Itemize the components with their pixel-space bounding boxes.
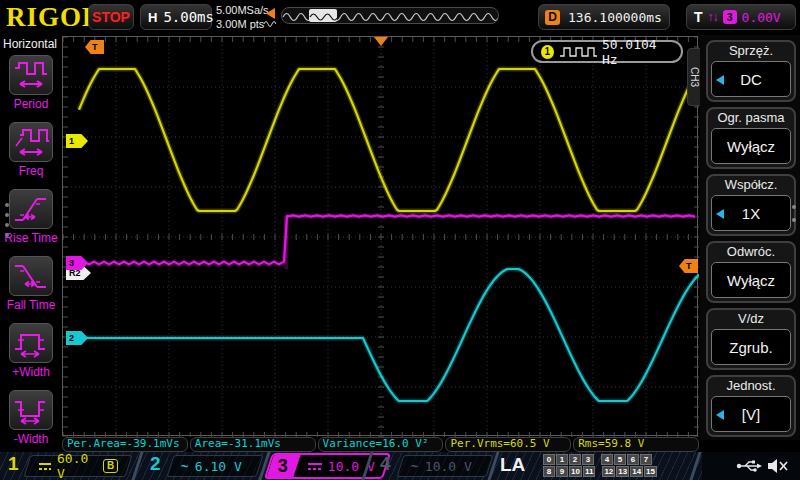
run-state-button[interactable]: STOP bbox=[88, 4, 134, 30]
ac-coupling-icon: ~ bbox=[181, 459, 189, 474]
la-status[interactable]: LA bbox=[500, 454, 525, 476]
measurement-rms[interactable]: Rms=59.8 V bbox=[573, 437, 699, 452]
plus-width-icon bbox=[12, 327, 50, 359]
ch2-status[interactable]: ~ 6.10 V bbox=[166, 455, 263, 477]
waveform-memory-bar[interactable] bbox=[281, 7, 499, 24]
menu-item-fall-time[interactable]: Fall Time bbox=[0, 256, 62, 320]
menu-item-period[interactable]: Period bbox=[0, 55, 62, 119]
softkey-invert[interactable]: Odwróc. Wyłącz bbox=[706, 241, 796, 303]
select-arrow-icon bbox=[716, 209, 724, 219]
active-menu-tab: CH3 bbox=[687, 48, 701, 106]
fall-time-icon bbox=[12, 260, 50, 292]
menu-page-dots bbox=[792, 205, 796, 231]
sample-rate: 5.00MSa/s bbox=[216, 3, 269, 17]
counter-value: 50.0104 Hz bbox=[602, 37, 673, 67]
ch4-scale: 10.0 V bbox=[425, 459, 472, 474]
trigger-label: T bbox=[694, 9, 703, 25]
rise-time-icon bbox=[12, 193, 50, 225]
menu-item-minus-width[interactable]: -Width bbox=[0, 390, 62, 454]
left-measure-menu: Horizontal Period Freq Rise Time Fall Ti… bbox=[0, 35, 62, 440]
horizontal-timebase-box[interactable]: H 5.00ms bbox=[140, 4, 212, 30]
graticule-and-traces bbox=[63, 37, 699, 437]
measurement-per-vrms[interactable]: Per.Vrms=60.5 V bbox=[445, 437, 571, 452]
select-arrow-icon bbox=[716, 75, 724, 85]
menu-item-plus-width[interactable]: +Width bbox=[0, 323, 62, 387]
trigger-delay-box[interactable]: D 136.100000ms bbox=[538, 4, 670, 30]
period-icon bbox=[12, 59, 50, 91]
top-status-bar: RIGOL STOP H 5.00ms 5.00MSa/s 3.00M pts … bbox=[0, 0, 800, 35]
ch4-number[interactable]: 4 bbox=[380, 453, 391, 475]
measurement-per-area[interactable]: Per.Area=-39.1mVs bbox=[62, 437, 188, 452]
softkey-bw-limit[interactable]: Ogr. pasma Wyłącz bbox=[706, 107, 796, 169]
ch1-scale: 60.0 V bbox=[57, 451, 96, 480]
counter-channel-badge: 1 bbox=[541, 45, 554, 59]
ch3-status-selected[interactable]: 3 10.0 V bbox=[264, 453, 391, 479]
trigger-position-icon bbox=[262, 6, 278, 28]
channel-status-bar: 1 60.0 V B 2 ~ 6.10 V 3 10.0 V 4 ~ 10.0 … bbox=[0, 452, 800, 480]
softkey-menu: Sprzęż. DC Ogr. pasma Wyłącz Współcz. 1X… bbox=[700, 35, 800, 440]
acquisition-info: 5.00MSa/s 3.00M pts bbox=[216, 3, 269, 31]
dc-coupling-icon bbox=[38, 461, 51, 471]
memory-depth: 3.00M pts bbox=[216, 17, 269, 31]
minus-width-icon bbox=[12, 394, 50, 426]
measurement-variance[interactable]: Variance=16.0 V² bbox=[318, 437, 444, 452]
ch1-status[interactable]: 60.0 V B bbox=[23, 455, 132, 477]
softkey-probe-ratio[interactable]: Współcz. 1X bbox=[706, 174, 796, 236]
delay-value: 136.100000ms bbox=[568, 10, 662, 25]
left-menu-scroll-dots bbox=[5, 203, 9, 243]
la-digit-grid[interactable]: 0 1 2 3 4 5 6 7 8 9 10 11 12 13 14 15 bbox=[543, 454, 657, 478]
trigger-level-value: 0.00V bbox=[742, 10, 781, 25]
usb-icon bbox=[736, 459, 764, 473]
trigger-source-badge: 3 bbox=[723, 10, 737, 24]
timebase-value: 5.00ms bbox=[163, 9, 214, 25]
menu-item-freq[interactable]: Freq bbox=[0, 122, 62, 186]
menu-item-rise-time[interactable]: Rise Time bbox=[0, 189, 62, 253]
trigger-status-box[interactable]: T ↑↓ 3 0.00V bbox=[686, 4, 796, 30]
softkey-coupling[interactable]: Sprzęż. DC bbox=[706, 40, 796, 102]
select-arrow-icon bbox=[716, 410, 724, 420]
softkey-volts-div[interactable]: V/dz Zgrub. bbox=[706, 308, 796, 370]
trigger-slope-icon: ↑↓ bbox=[708, 10, 718, 24]
rigol-logo: RIGOL bbox=[6, 2, 101, 33]
waveform-display: T 1 50.0104 Hz 1 R2 3 2 T bbox=[62, 36, 698, 436]
speaker-muted-icon bbox=[766, 457, 790, 475]
horizontal-position-marker bbox=[374, 37, 388, 46]
measurement-area[interactable]: Area=-31.1mVs bbox=[190, 437, 316, 452]
h-label: H bbox=[148, 10, 157, 25]
ch1-bw-badge: B bbox=[103, 459, 118, 473]
ch4-status[interactable]: ~ 10.0 V bbox=[396, 455, 493, 477]
squarewave-icon bbox=[559, 45, 597, 58]
left-menu-title: Horizontal bbox=[3, 37, 57, 51]
delay-icon: D bbox=[545, 10, 560, 25]
ch2-scale: 6.10 V bbox=[195, 459, 242, 474]
dc-coupling-icon bbox=[307, 461, 323, 471]
ch1-number[interactable]: 1 bbox=[8, 453, 19, 475]
measurement-bar: Per.Area=-39.1mVs Area=-31.1mVs Variance… bbox=[62, 437, 699, 452]
memory-view-window[interactable] bbox=[309, 9, 337, 22]
frequency-counter: 1 50.0104 Hz bbox=[531, 40, 683, 63]
status-icons-area bbox=[702, 452, 800, 480]
ch2-number[interactable]: 2 bbox=[150, 453, 161, 475]
softkey-unit[interactable]: Jednost. [V] bbox=[706, 375, 796, 437]
ac-coupling-icon: ~ bbox=[411, 459, 419, 474]
freq-icon bbox=[12, 126, 50, 158]
